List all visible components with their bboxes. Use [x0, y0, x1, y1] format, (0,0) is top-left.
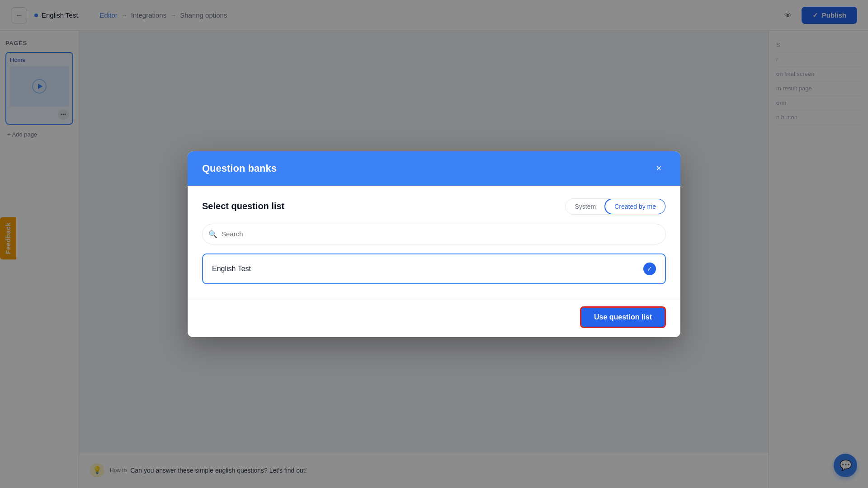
question-banks-modal: Question banks × Select question list Sy…	[188, 151, 680, 337]
modal-header: Question banks ×	[188, 151, 680, 186]
close-icon: ×	[656, 163, 661, 174]
modal-body: Select question list System Created by m…	[188, 186, 680, 297]
tab-created-by-me[interactable]: Created by me	[604, 198, 666, 215]
modal-title: Question banks	[202, 163, 277, 174]
search-icon: 🔍	[208, 230, 217, 238]
modal-close-button[interactable]: ×	[651, 161, 666, 176]
modal-body-header: Select question list System Created by m…	[202, 198, 666, 215]
search-input[interactable]	[202, 224, 666, 244]
use-question-list-button[interactable]: Use question list	[580, 306, 666, 328]
question-list-item-1[interactable]: English Test ✓	[202, 253, 666, 284]
modal-overlay: Question banks × Select question list Sy…	[0, 0, 868, 488]
selected-check-icon: ✓	[643, 263, 656, 275]
tab-group: System Created by me	[565, 198, 666, 215]
modal-footer: Use question list	[188, 297, 680, 337]
tab-system[interactable]: System	[566, 199, 605, 214]
search-container: 🔍	[202, 224, 666, 244]
question-item-label: English Test	[212, 265, 251, 273]
select-question-title: Select question list	[202, 201, 284, 211]
